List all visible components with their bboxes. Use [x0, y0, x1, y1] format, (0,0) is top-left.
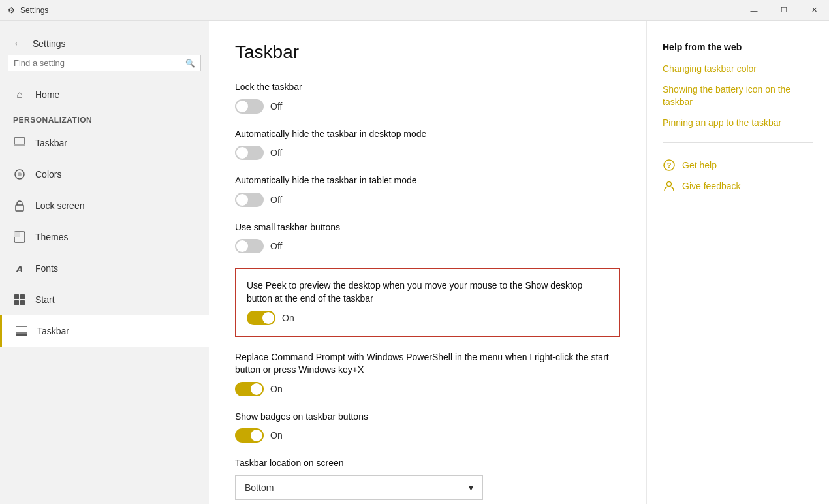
- sidebar-item-home-label: Home: [35, 89, 59, 100]
- sidebar-item-start[interactable]: Start: [0, 284, 209, 315]
- titlebar: ⚙ Settings — ☐ ✕: [0, 0, 829, 21]
- titlebar-title: Settings: [20, 6, 48, 15]
- get-help-icon: ?: [663, 159, 676, 172]
- badges-toggle-row: On: [235, 428, 620, 443]
- get-help-label: Get help: [682, 160, 717, 170]
- peek-highlighted-box: Use Peek to preview the desktop when you…: [235, 268, 620, 336]
- badges-status: On: [270, 430, 283, 441]
- get-help-item[interactable]: ? Get help: [663, 159, 813, 172]
- powershell-toggle-row: On: [235, 382, 620, 396]
- sidebar-item-themes-label: Themes: [35, 232, 69, 242]
- svg-point-3: [18, 172, 22, 176]
- titlebar-left: ⚙ Settings: [8, 6, 48, 15]
- small-buttons-toggle-row: Off: [235, 239, 620, 253]
- taskbar-location-chevron: ▾: [469, 482, 473, 493]
- svg-rect-7: [14, 294, 19, 299]
- sidebar-item-start-label: Start: [35, 294, 55, 305]
- badges-toggle[interactable]: [235, 428, 264, 443]
- sidebar-item-lockscreen-label: Lock screen: [35, 200, 84, 211]
- app: ← Settings 🔍 ⌂ Home Personalization Task…: [0, 0, 829, 504]
- help-link-2[interactable]: Showing the battery icon on the taskbar: [663, 84, 813, 109]
- svg-text:?: ?: [667, 161, 672, 169]
- peek-toggle[interactable]: [247, 311, 275, 325]
- sidebar-item-fonts[interactable]: A Fonts: [0, 253, 209, 284]
- help-title: Help from the web: [663, 42, 813, 52]
- sidebar-item-taskbar-label: Taskbar: [37, 326, 69, 336]
- small-buttons-group: Use small taskbar buttons Off: [235, 221, 620, 254]
- search-icon: 🔍: [185, 59, 195, 68]
- lock-taskbar-status: Off: [270, 101, 282, 112]
- settings-icon: ⚙: [8, 6, 15, 15]
- lock-taskbar-group: Lock the taskbar Off: [235, 81, 620, 114]
- svg-rect-9: [14, 300, 19, 305]
- auto-hide-desktop-toggle[interactable]: [235, 146, 264, 160]
- taskbar-location-group: Taskbar location on screen Bottom ▾: [235, 457, 620, 500]
- help-actions: ? Get help Give feedback: [663, 159, 813, 193]
- help-link-3[interactable]: Pinning an app to the taskbar: [663, 117, 813, 130]
- give-feedback-icon: [663, 180, 676, 193]
- svg-rect-1: [14, 144, 25, 146]
- sidebar-item-background-label: Taskbar: [35, 138, 67, 148]
- sidebar-app-title: Settings: [33, 39, 66, 49]
- taskbar-location-value: Bottom: [245, 482, 274, 493]
- background-icon: [13, 136, 26, 150]
- help-link-1[interactable]: Changing taskbar color: [663, 63, 813, 76]
- give-feedback-item[interactable]: Give feedback: [663, 180, 813, 193]
- svg-rect-6: [14, 232, 20, 237]
- lock-taskbar-toggle[interactable]: [235, 99, 264, 114]
- search-input[interactable]: [14, 58, 185, 68]
- sidebar-section-label: Personalization: [0, 110, 209, 127]
- sidebar-item-background[interactable]: Taskbar: [0, 127, 209, 159]
- sidebar-item-colors-label: Colors: [35, 169, 61, 180]
- powershell-group: Replace Command Prompt with Windows Powe…: [235, 351, 620, 396]
- auto-hide-desktop-toggle-row: Off: [235, 146, 620, 160]
- peek-toggle-row: On: [247, 311, 608, 325]
- taskbar-nav-icon: [15, 324, 28, 338]
- search-box[interactable]: 🔍: [8, 55, 201, 71]
- sidebar-back[interactable]: ← Settings: [0, 29, 209, 55]
- lock-icon: [13, 199, 26, 212]
- main-content: Taskbar Lock the taskbar Off Automatical…: [209, 21, 646, 504]
- sidebar-item-taskbar[interactable]: Taskbar: [0, 315, 209, 347]
- sidebar-item-colors[interactable]: Colors: [0, 159, 209, 190]
- auto-hide-tablet-toggle[interactable]: [235, 193, 264, 207]
- auto-hide-tablet-group: Automatically hide the taskbar in tablet…: [235, 174, 620, 207]
- page-title: Taskbar: [235, 42, 620, 63]
- auto-hide-tablet-toggle-row: Off: [235, 193, 620, 207]
- sidebar-item-themes[interactable]: Themes: [0, 221, 209, 253]
- svg-rect-10: [20, 300, 25, 305]
- auto-hide-desktop-status: Off: [270, 148, 282, 158]
- small-buttons-label: Use small taskbar buttons: [235, 221, 620, 234]
- svg-point-15: [667, 182, 672, 187]
- badges-label: Show badges on taskbar buttons: [235, 411, 620, 424]
- svg-rect-8: [20, 294, 25, 299]
- auto-hide-tablet-status: Off: [270, 195, 282, 205]
- powershell-toggle[interactable]: [235, 382, 264, 396]
- peek-label: Use Peek to preview the desktop when you…: [247, 279, 608, 305]
- sidebar: ← Settings 🔍 ⌂ Home Personalization Task…: [0, 21, 209, 504]
- sidebar-item-lockscreen[interactable]: Lock screen: [0, 190, 209, 221]
- peek-status: On: [282, 313, 294, 323]
- svg-rect-12: [16, 334, 27, 336]
- svg-rect-11: [16, 326, 27, 333]
- taskbar-location-dropdown[interactable]: Bottom ▾: [235, 475, 483, 500]
- taskbar-location-label: Taskbar location on screen: [235, 457, 620, 470]
- close-button[interactable]: ✕: [799, 0, 829, 21]
- badges-group: Show badges on taskbar buttons On: [235, 411, 620, 443]
- lock-taskbar-toggle-row: Off: [235, 99, 620, 114]
- sidebar-item-home[interactable]: ⌂ Home: [0, 79, 209, 110]
- minimize-button[interactable]: —: [739, 0, 769, 21]
- give-feedback-label: Give feedback: [682, 181, 741, 191]
- sidebar-item-fonts-label: Fonts: [35, 263, 58, 274]
- themes-icon: [13, 230, 26, 244]
- small-buttons-toggle[interactable]: [235, 239, 264, 253]
- svg-rect-4: [16, 205, 23, 211]
- maximize-button[interactable]: ☐: [769, 0, 799, 21]
- fonts-icon: A: [13, 262, 26, 275]
- start-icon: [13, 293, 26, 306]
- titlebar-controls: — ☐ ✕: [739, 0, 829, 21]
- lock-taskbar-label: Lock the taskbar: [235, 81, 620, 94]
- home-icon: ⌂: [13, 88, 26, 101]
- auto-hide-tablet-label: Automatically hide the taskbar in tablet…: [235, 174, 620, 187]
- powershell-status: On: [270, 384, 283, 394]
